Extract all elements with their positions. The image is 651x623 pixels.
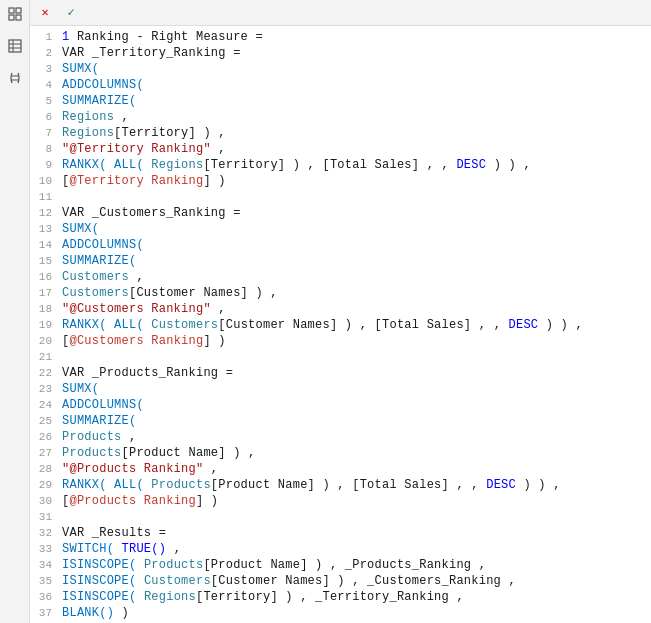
- toolbar: ✕ ✓: [30, 0, 651, 26]
- code-line: 11 Ranking - Right Measure =: [30, 30, 651, 46]
- code-token: DESC: [456, 158, 486, 172]
- code-token: ,: [129, 270, 144, 284]
- code-token: Customers: [144, 574, 211, 588]
- code-line: 20 [@Customers Ranking] ): [30, 334, 651, 350]
- code-token: Regions: [144, 590, 196, 604]
- sidebar: [0, 0, 30, 623]
- code-editor[interactable]: 11 Ranking - Right Measure =2VAR _Territ…: [30, 26, 651, 623]
- sidebar-icon-grid[interactable]: [5, 4, 25, 24]
- code-token: VAR _Products_Ranking =: [62, 366, 233, 380]
- line-content: SUMMARIZE(: [62, 254, 647, 268]
- code-token: Products: [62, 430, 122, 444]
- sidebar-icon-function[interactable]: [5, 68, 25, 88]
- code-line: 16 Customers ,: [30, 270, 651, 286]
- line-number: 13: [34, 223, 62, 235]
- close-button[interactable]: ✕: [36, 4, 54, 22]
- line-number: 35: [34, 575, 62, 587]
- code-line: 33SWITCH( TRUE() ,: [30, 542, 651, 558]
- line-content: RANKX( ALL( Customers[Customer Names] ) …: [62, 318, 647, 332]
- code-token: RANKX(: [62, 158, 107, 172]
- line-number: 27: [34, 447, 62, 459]
- code-token: DESC: [509, 318, 539, 332]
- code-token: Regions: [62, 110, 114, 124]
- code-token: [Customer Names] ) , [Total Sales] , ,: [218, 318, 508, 332]
- line-number: 36: [34, 591, 62, 603]
- code-token: DESC: [486, 478, 516, 492]
- code-token: [107, 478, 114, 492]
- code-token: ,: [114, 110, 129, 124]
- svg-rect-3: [16, 15, 21, 20]
- line-number: 17: [34, 287, 62, 299]
- code-token: Customers: [62, 286, 129, 300]
- code-token: [Customer Names] ) ,: [129, 286, 278, 300]
- code-line: 35 ISINSCOPE( Customers[Customer Names] …: [30, 574, 651, 590]
- line-content: [62, 350, 647, 364]
- code-line: 22VAR _Products_Ranking =: [30, 366, 651, 382]
- line-number: 31: [34, 511, 62, 523]
- line-content: [@Customers Ranking] ): [62, 334, 647, 348]
- line-number: 11: [34, 191, 62, 203]
- code-token: VAR _Results =: [62, 526, 166, 540]
- code-line: 5 SUMMARIZE(: [30, 94, 651, 110]
- line-number: 8: [34, 143, 62, 155]
- code-line: 30 [@Products Ranking] ): [30, 494, 651, 510]
- code-line: 25 SUMMARIZE(: [30, 414, 651, 430]
- line-content: Customers ,: [62, 270, 647, 284]
- code-token: @Customers Ranking: [69, 334, 203, 348]
- code-token: ] ): [203, 174, 225, 188]
- line-content: [62, 190, 647, 204]
- code-token: [Product Name] ) , _Products_Ranking ,: [203, 558, 486, 572]
- line-content: ISINSCOPE( Products[Product Name] ) , _P…: [62, 558, 647, 572]
- code-token: ADDCOLUMNS(: [62, 78, 144, 92]
- code-token: [107, 318, 114, 332]
- code-token: ISINSCOPE(: [62, 590, 136, 604]
- code-token: ) ) ,: [538, 318, 583, 332]
- code-line: 19 RANKX( ALL( Customers[Customer Names]…: [30, 318, 651, 334]
- code-line: 12VAR _Customers_Ranking =: [30, 206, 651, 222]
- confirm-button[interactable]: ✓: [62, 4, 80, 22]
- line-number: 34: [34, 559, 62, 571]
- code-token: Regions: [62, 126, 114, 140]
- code-token: ALL(: [114, 318, 144, 332]
- code-token: SUMMARIZE(: [62, 94, 136, 108]
- code-token: VAR _Customers_Ranking =: [62, 206, 241, 220]
- code-token: [Territory] ) , [Total Sales] , ,: [203, 158, 456, 172]
- code-token: ALL(: [114, 158, 144, 172]
- line-content: SUMMARIZE(: [62, 414, 647, 428]
- sidebar-icon-table[interactable]: [5, 36, 25, 56]
- code-token: ,: [166, 542, 181, 556]
- code-token: ] ): [203, 334, 225, 348]
- code-line: 26 Products ,: [30, 430, 651, 446]
- code-line: 21: [30, 350, 651, 366]
- line-content: Regions[Territory] ) ,: [62, 126, 647, 140]
- line-number: 16: [34, 271, 62, 283]
- line-content: SUMX(: [62, 222, 647, 236]
- code-token: [Customer Names] ) , _Customers_Ranking …: [211, 574, 516, 588]
- code-token: @Products Ranking: [69, 494, 196, 508]
- line-number: 15: [34, 255, 62, 267]
- code-token: "@Customers Ranking": [62, 302, 211, 316]
- line-number: 14: [34, 239, 62, 251]
- code-token: ISINSCOPE(: [62, 558, 136, 572]
- code-token: [Product Name] ) , [Total Sales] , ,: [211, 478, 486, 492]
- code-token: "@Territory Ranking": [62, 142, 211, 156]
- code-line: 36 ISINSCOPE( Regions[Territory] ) , _Te…: [30, 590, 651, 606]
- line-content: ISINSCOPE( Customers[Customer Names] ) ,…: [62, 574, 647, 588]
- code-token: ADDCOLUMNS(: [62, 398, 144, 412]
- line-number: 33: [34, 543, 62, 555]
- code-token: SUMX(: [62, 382, 99, 396]
- code-token: [114, 542, 121, 556]
- code-token: ] ): [196, 494, 218, 508]
- line-content: RANKX( ALL( Products[Product Name] ) , […: [62, 478, 647, 492]
- code-token: RANKX(: [62, 318, 107, 332]
- code-token: SUMMARIZE(: [62, 254, 136, 268]
- code-line: 29 RANKX( ALL( Products[Product Name] ) …: [30, 478, 651, 494]
- code-token: ,: [211, 142, 226, 156]
- code-line: 15 SUMMARIZE(: [30, 254, 651, 270]
- code-line: 6 Regions ,: [30, 110, 651, 126]
- line-number: 26: [34, 431, 62, 443]
- code-token: Ranking - Right Measure =: [69, 30, 262, 44]
- code-token: ADDCOLUMNS(: [62, 238, 144, 252]
- line-number: 10: [34, 175, 62, 187]
- line-content: SWITCH( TRUE() ,: [62, 542, 647, 556]
